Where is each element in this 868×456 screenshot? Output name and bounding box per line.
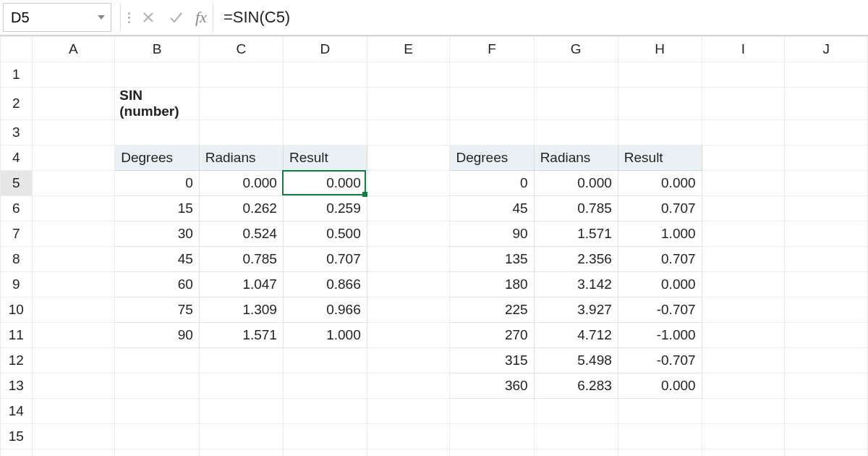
cell-H13[interactable]: 0.000 — [618, 373, 702, 399]
row-header-16[interactable]: 16 — [1, 449, 33, 457]
row-header-3[interactable]: 3 — [1, 120, 33, 145]
cell-G2[interactable] — [534, 88, 618, 120]
cell-C3[interactable] — [199, 120, 283, 145]
cell-C14[interactable] — [199, 399, 283, 424]
cell-B5[interactable]: 0 — [115, 171, 200, 196]
cell-F7[interactable]: 90 — [450, 221, 534, 247]
cell-A11[interactable] — [32, 323, 115, 348]
cell-I12[interactable] — [702, 348, 785, 373]
cell-A1[interactable] — [32, 62, 115, 88]
cell-B1[interactable] — [115, 62, 200, 88]
cell-H8[interactable]: 0.707 — [618, 247, 702, 272]
col-header-E[interactable]: E — [367, 37, 450, 62]
col-header-D[interactable]: D — [283, 37, 367, 62]
select-all-corner[interactable] — [1, 37, 33, 62]
row-header-13[interactable]: 13 — [1, 373, 33, 399]
cell-A14[interactable] — [32, 399, 115, 424]
cell-G12[interactable]: 5.498 — [534, 348, 618, 373]
cell-E5[interactable] — [367, 171, 450, 196]
cell-D1[interactable] — [283, 62, 367, 88]
cell-G8[interactable]: 2.356 — [534, 247, 618, 272]
cell-C4[interactable]: Radians — [199, 145, 283, 171]
cell-I6[interactable] — [702, 196, 785, 221]
cell-C5[interactable]: 0.000 — [199, 171, 283, 196]
cell-A6[interactable] — [32, 196, 115, 221]
cell-I10[interactable] — [702, 297, 785, 323]
cell-F6[interactable]: 45 — [450, 196, 534, 221]
cell-J6[interactable] — [785, 196, 868, 221]
col-header-F[interactable]: F — [450, 37, 534, 62]
cell-H1[interactable] — [618, 62, 702, 88]
cell-B8[interactable]: 45 — [115, 247, 200, 272]
cell-B14[interactable] — [115, 399, 200, 424]
cell-I15[interactable] — [702, 424, 785, 449]
cell-I3[interactable] — [702, 120, 785, 145]
cell-G15[interactable] — [534, 424, 618, 449]
cell-F3[interactable] — [450, 120, 534, 145]
cell-B12[interactable] — [115, 348, 200, 373]
cell-H11[interactable]: -1.000 — [618, 323, 702, 348]
col-header-G[interactable]: G — [534, 37, 618, 62]
cell-E10[interactable] — [367, 297, 450, 323]
cell-E16[interactable] — [367, 449, 450, 457]
cell-D8[interactable]: 0.707 — [283, 247, 367, 272]
cell-G3[interactable] — [534, 120, 618, 145]
cell-H4[interactable]: Result — [618, 145, 702, 171]
col-header-C[interactable]: C — [199, 37, 283, 62]
cell-A2[interactable] — [32, 88, 115, 120]
cell-H6[interactable]: 0.707 — [618, 196, 702, 221]
cell-H12[interactable]: -0.707 — [618, 348, 702, 373]
check-icon[interactable] — [162, 3, 190, 32]
cell-A8[interactable] — [32, 247, 115, 272]
cell-H7[interactable]: 1.000 — [618, 221, 702, 247]
cell-D3[interactable] — [283, 120, 367, 145]
cell-G14[interactable] — [534, 399, 618, 424]
cell-H9[interactable]: 0.000 — [618, 272, 702, 297]
cell-D15[interactable] — [283, 424, 367, 449]
cell-G16[interactable] — [534, 449, 618, 457]
cell-D2[interactable] — [283, 88, 367, 120]
cell-F11[interactable]: 270 — [450, 323, 534, 348]
cell-E11[interactable] — [367, 323, 450, 348]
cell-C16[interactable] — [199, 449, 283, 457]
row-header-1[interactable]: 1 — [1, 62, 33, 88]
cell-E7[interactable] — [367, 221, 450, 247]
cell-H5[interactable]: 0.000 — [618, 171, 702, 196]
cell-D5[interactable]: 0.000 — [283, 171, 367, 196]
col-header-A[interactable]: A — [32, 37, 115, 62]
cell-H3[interactable] — [618, 120, 702, 145]
cell-J2[interactable] — [785, 88, 868, 120]
cell-J10[interactable] — [785, 297, 868, 323]
cell-C8[interactable]: 0.785 — [199, 247, 283, 272]
cell-F1[interactable] — [450, 62, 534, 88]
cell-B13[interactable] — [115, 373, 200, 399]
cell-B7[interactable]: 30 — [115, 221, 200, 247]
row-header-5[interactable]: 5 — [1, 171, 33, 196]
cell-D9[interactable]: 0.866 — [283, 272, 367, 297]
formula-input[interactable]: =SIN(C5) — [224, 8, 290, 27]
cell-A7[interactable] — [32, 221, 115, 247]
cell-B11[interactable]: 90 — [115, 323, 200, 348]
cell-E4[interactable] — [367, 145, 450, 171]
cell-J9[interactable] — [785, 272, 868, 297]
cell-J4[interactable] — [785, 145, 868, 171]
cell-F8[interactable]: 135 — [450, 247, 534, 272]
cell-E1[interactable] — [367, 62, 450, 88]
cell-A15[interactable] — [32, 424, 115, 449]
row-header-8[interactable]: 8 — [1, 247, 33, 272]
cell-G9[interactable]: 3.142 — [534, 272, 618, 297]
cell-I14[interactable] — [702, 399, 785, 424]
cell-E12[interactable] — [367, 348, 450, 373]
cell-F15[interactable] — [450, 424, 534, 449]
cell-G10[interactable]: 3.927 — [534, 297, 618, 323]
cell-G6[interactable]: 0.785 — [534, 196, 618, 221]
cell-B9[interactable]: 60 — [115, 272, 200, 297]
col-header-I[interactable]: I — [702, 37, 785, 62]
cell-I13[interactable] — [702, 373, 785, 399]
row-header-14[interactable]: 14 — [1, 399, 33, 424]
chevron-down-icon[interactable] — [98, 15, 105, 20]
cell-J7[interactable] — [785, 221, 868, 247]
cell-C2[interactable] — [199, 88, 283, 120]
cell-H14[interactable] — [618, 399, 702, 424]
cell-A13[interactable] — [32, 373, 115, 399]
